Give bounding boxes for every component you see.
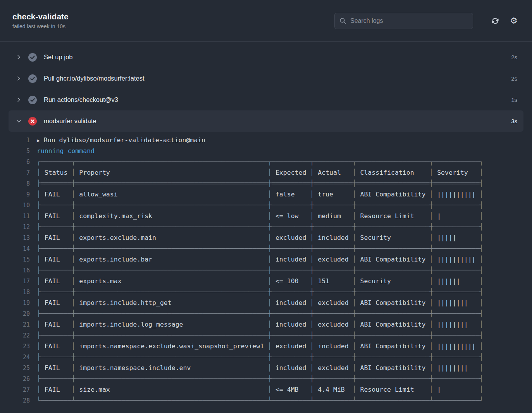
log-line: 9│ FAIL │ allow_wasi │ false │ true │ AB… (0, 189, 532, 200)
workflow-job-panel: check-validate failed last week in 10s ⚙ (0, 0, 532, 413)
log-line: 16├────────┼────────────────────────────… (0, 265, 532, 276)
job-header: check-validate failed last week in 10s ⚙ (0, 0, 532, 42)
log-line: 19│ FAIL │ imports.include.http_get │ in… (0, 298, 532, 308)
line-number[interactable]: 18 (0, 287, 37, 298)
line-number[interactable]: 10 (0, 200, 37, 211)
step-duration: 2s (511, 54, 517, 60)
line-number[interactable]: 28 (0, 395, 37, 406)
log-text: ├────────┼──────────────────────────────… (37, 330, 483, 341)
line-number[interactable]: 19 (0, 298, 37, 308)
log-text: ▶ Run dylibso/modsurfer-validate-action@… (37, 135, 205, 146)
check-circle-icon (28, 96, 37, 104)
check-circle-icon (28, 53, 37, 62)
chevron-down-icon[interactable] (15, 118, 22, 124)
step-label: Set up job (44, 53, 72, 61)
search-icon (339, 17, 346, 24)
chevron-right-icon[interactable] (15, 54, 22, 60)
job-status-subtitle: failed last week in 10s (12, 23, 334, 29)
step-duration: 1s (511, 96, 517, 103)
log-line: 22├────────┼────────────────────────────… (0, 330, 532, 341)
line-number[interactable]: 1 (0, 135, 37, 146)
line-number[interactable]: 15 (0, 254, 37, 265)
step-duration: 2s (511, 75, 517, 82)
log-output: 1▶ Run dylibso/modsurfer-validate-action… (0, 135, 532, 413)
step-label: modsurfer validate (44, 117, 96, 125)
x-circle-icon (28, 117, 37, 126)
refresh-icon (491, 17, 499, 25)
step-row-pull-modsurfer[interactable]: Pull ghcr.io/dylibso/modsurfer:latest 2s (9, 68, 523, 89)
line-number[interactable]: 23 (0, 341, 37, 352)
step-row-modsurfer-validate[interactable]: modsurfer validate 3s (9, 110, 523, 132)
job-title-block: check-validate failed last week in 10s (12, 12, 334, 29)
log-line: 8╞════════╪═════════════════════════════… (0, 178, 532, 189)
log-text: │ FAIL │ imports.include.http_get │ incl… (37, 298, 483, 308)
log-line: 23│ FAIL │ imports.namespace.exclude.was… (0, 341, 532, 352)
log-text: │ FAIL │ allow_wasi │ false │ true │ ABI… (37, 189, 483, 200)
log-line: 13│ FAIL │ exports.exclude.main │ exclud… (0, 232, 532, 243)
line-number[interactable]: 22 (0, 330, 37, 341)
log-line: 28└────────┴────────────────────────────… (0, 395, 532, 406)
log-text: ╞════════╪══════════════════════════════… (37, 178, 483, 189)
line-number[interactable]: 27 (0, 384, 37, 395)
log-line: 25│ FAIL │ imports.namespace.include.env… (0, 363, 532, 373)
log-line: 6┌────────┬─────────────────────────────… (0, 157, 532, 167)
log-line: 14├────────┼────────────────────────────… (0, 243, 532, 254)
line-number[interactable]: 6 (0, 157, 37, 167)
log-text: │ Status │ Property │ Expected │ Actual … (37, 167, 483, 178)
line-number[interactable]: 11 (0, 211, 37, 222)
log-line: 24├────────┼────────────────────────────… (0, 352, 532, 363)
log-text: │ FAIL │ complexity.max_risk │ <= low │ … (37, 211, 483, 222)
step-label: Pull ghcr.io/dylibso/modsurfer:latest (44, 75, 145, 82)
line-number[interactable]: 26 (0, 373, 37, 384)
log-line: 20├────────┼────────────────────────────… (0, 308, 532, 319)
line-number[interactable]: 13 (0, 232, 37, 243)
line-number[interactable]: 21 (0, 319, 37, 330)
line-number[interactable]: 9 (0, 189, 37, 200)
log-text: ├────────┼──────────────────────────────… (37, 287, 483, 298)
line-number[interactable]: 24 (0, 352, 37, 363)
log-text: ├────────┼──────────────────────────────… (37, 308, 483, 319)
log-line: 15│ FAIL │ exports.include.bar │ include… (0, 254, 532, 265)
line-number[interactable]: 16 (0, 265, 37, 276)
expand-group-icon[interactable]: ▶ (37, 138, 40, 143)
step-duration: 3s (511, 118, 517, 124)
log-text: │ FAIL │ size.max │ <= 4MB │ 4.4 MiB │ R… (37, 384, 483, 395)
log-line: 11│ FAIL │ complexity.max_risk │ <= low … (0, 211, 532, 222)
log-line: 27│ FAIL │ size.max │ <= 4MB │ 4.4 MiB │… (0, 384, 532, 395)
log-text: ├────────┼──────────────────────────────… (37, 200, 483, 211)
log-line: 18├────────┼────────────────────────────… (0, 287, 532, 298)
log-text: │ FAIL │ exports.max │ <= 100 │ 151 │ Se… (37, 276, 483, 287)
log-line: 12├────────┼────────────────────────────… (0, 222, 532, 232)
log-text: │ FAIL │ exports.exclude.main │ excluded… (37, 232, 483, 243)
line-number[interactable]: 7 (0, 167, 37, 178)
step-row-checkout[interactable]: Run actions/checkout@v3 1s (9, 89, 523, 110)
log-text: │ FAIL │ exports.include.bar │ included … (37, 254, 483, 265)
search-logs-box[interactable] (334, 13, 473, 29)
line-number[interactable]: 20 (0, 308, 37, 319)
line-number[interactable]: 8 (0, 178, 37, 189)
line-number[interactable]: 14 (0, 243, 37, 254)
log-text: ├────────┼──────────────────────────────… (37, 373, 483, 384)
line-number[interactable]: 17 (0, 276, 37, 287)
log-line: 26├────────┼────────────────────────────… (0, 373, 532, 384)
line-number[interactable]: 12 (0, 222, 37, 232)
log-text: ├────────┼──────────────────────────────… (37, 222, 483, 232)
job-title: check-validate (12, 12, 334, 21)
gear-icon: ⚙ (510, 17, 518, 25)
settings-button[interactable]: ⚙ (507, 14, 520, 28)
refresh-button[interactable] (489, 14, 502, 28)
log-text: running command (37, 146, 95, 157)
chevron-right-icon[interactable] (15, 97, 22, 103)
log-line: 21│ FAIL │ imports.include.log_message │… (0, 319, 532, 330)
line-number[interactable]: 5 (0, 146, 37, 157)
log-text: ┌────────┬──────────────────────────────… (37, 157, 483, 167)
chevron-right-icon[interactable] (15, 76, 22, 81)
log-text: ├────────┼──────────────────────────────… (37, 352, 483, 363)
log-line: 1▶ Run dylibso/modsurfer-validate-action… (0, 135, 532, 146)
log-line: 7│ Status │ Property │ Expected │ Actual… (0, 167, 532, 178)
steps-list: Set up job 2s Pull ghcr.io/dylibso/modsu… (0, 42, 532, 413)
step-row-set-up-job[interactable]: Set up job 2s (9, 46, 523, 68)
search-input[interactable] (350, 17, 468, 24)
step-label: Run actions/checkout@v3 (44, 96, 118, 103)
line-number[interactable]: 25 (0, 363, 37, 373)
